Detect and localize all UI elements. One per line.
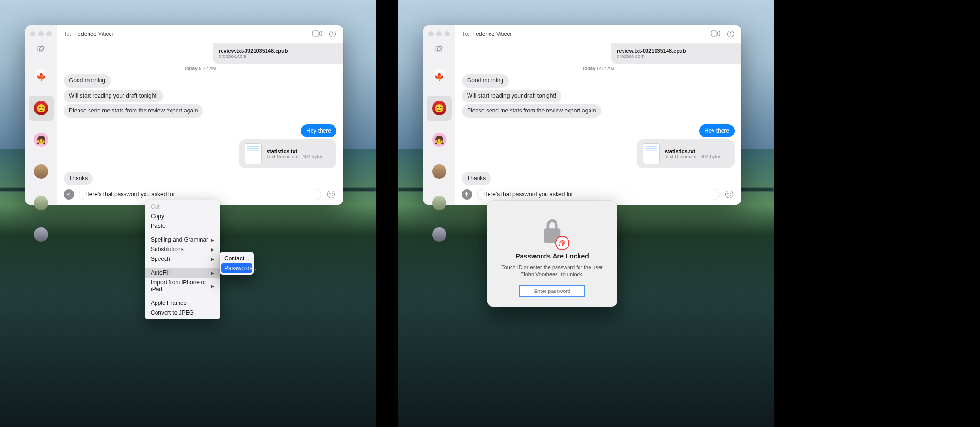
file-name: statistics.txt [665,148,721,154]
avatar: 👧 [34,133,48,147]
avatar [432,164,446,179]
compose-button[interactable] [434,45,445,54]
menu-item-contact[interactable]: Contact… [220,254,254,263]
menu-item-spelling[interactable]: Spelling and Grammar▶ [145,235,220,245]
touch-id-icon [555,236,569,250]
conversation-avatar[interactable] [29,222,54,247]
svg-point-6 [330,193,331,194]
message-bubble[interactable]: Hey there [301,124,336,138]
svg-point-4 [332,32,333,33]
message-bubble[interactable]: Thanks [64,172,93,185]
zoom-icon[interactable] [445,31,450,36]
avatar [432,227,446,242]
menu-item-passwords[interactable]: Passwords… [221,263,252,273]
conversation-avatar[interactable]: 🍁 [29,64,54,89]
chevron-right-icon: ▶ [211,270,214,276]
conversation-avatar[interactable]: 😊 [427,96,452,121]
apps-button[interactable] [64,189,74,200]
message-bubble[interactable]: Please send me stats from the review exp… [64,104,203,118]
message-bubble[interactable]: Please send me stats from the review exp… [462,104,601,118]
recipient-name[interactable]: Federico Viticci [74,31,113,37]
avatar: 👧 [432,133,446,147]
menu-item-autofill[interactable]: AutoFill▶ [145,268,220,278]
conversation-avatar[interactable] [427,191,452,215]
message-bubble[interactable]: Good morning [64,74,111,88]
conversation-avatar[interactable]: 👧 [29,127,54,152]
attachment-source: dropbox.com [219,54,337,59]
close-icon[interactable] [30,31,35,36]
message-bubble[interactable]: Will start reading your draft tonight! [64,90,163,103]
passwords-locked-popover: Passwords Are Locked Touch ID or enter t… [487,201,617,307]
conversation-avatar[interactable]: 🍁 [427,64,452,89]
svg-rect-1 [313,31,319,36]
window-controls[interactable] [428,31,450,36]
attachment-source: dropbox.com [617,54,735,59]
conversation-header: To: Federico Viticci [455,25,741,43]
file-meta: Text Document · 404 bytes [267,154,323,159]
conversation-avatar[interactable]: 😊 [29,96,54,121]
chevron-right-icon: ▶ [211,247,214,252]
message-bubble[interactable]: Thanks [462,172,491,185]
compose-button[interactable] [35,45,47,54]
autofill-submenu: Contact… Passwords… [220,252,254,275]
link-attachment[interactable]: review.txt-0921035148.epub dropbox.com [213,43,343,64]
svg-point-12 [730,32,731,33]
timestamp: Today 5:22 AM [462,66,735,71]
info-icon[interactable] [727,30,735,38]
conversation-avatar[interactable] [29,159,54,184]
messages-window: 🍁 😊 👧 To: Federico Viticci [25,25,343,205]
message-input[interactable]: Here's that password you asked for [477,189,719,200]
conversation-avatar[interactable] [427,159,452,184]
apps-button[interactable] [462,189,472,200]
minimize-icon[interactable] [38,31,44,36]
file-name: statistics.txt [267,148,323,154]
minimize-icon[interactable] [436,31,442,36]
svg-point-7 [332,193,333,194]
facetime-video-icon[interactable] [312,30,322,38]
menu-item-copy[interactable]: Copy [145,212,220,221]
attachment-title: review.txt-0921035148.epub [617,48,735,54]
avatar [34,164,48,179]
document-icon [245,143,262,164]
facetime-video-icon[interactable] [711,30,720,38]
emoji-button[interactable] [326,189,336,200]
chevron-right-icon: ▶ [211,237,214,243]
to-label: To: [462,31,469,37]
svg-point-13 [726,191,733,198]
window-controls[interactable] [30,31,52,36]
close-icon[interactable] [428,31,434,36]
avatar: 🍁 [432,69,446,84]
zoom-icon[interactable] [46,31,52,36]
link-attachment[interactable]: review.txt-0921035148.epub dropbox.com [611,43,741,64]
file-attachment[interactable]: statistics.txt Text Document · 404 bytes [637,139,735,168]
avatar: 🍁 [34,69,48,84]
menu-item-substitutions[interactable]: Substitutions▶ [145,245,220,254]
message-input[interactable]: Here's that password you asked for [79,189,321,200]
messages-window: 🍁 😊 👧 To: Federico Viticci [423,25,741,205]
chevron-right-icon: ▶ [211,283,214,289]
menu-item-import[interactable]: Import from iPhone or iPad▶ [145,278,220,294]
info-icon[interactable] [329,30,336,38]
emoji-button[interactable] [724,189,735,200]
menu-item-speech[interactable]: Speech▶ [145,254,220,264]
message-bubble[interactable]: Hey there [699,124,735,138]
context-menu: Cut Copy Paste Spelling and Grammar▶ Sub… [145,200,220,319]
avatar [34,196,48,210]
svg-point-5 [328,191,335,198]
menu-item-apple-frames[interactable]: Apple Frames [145,298,220,308]
recipient-name[interactable]: Federico Viticci [472,31,511,37]
password-input[interactable] [519,285,585,297]
menu-item-paste[interactable]: Paste [145,221,220,231]
conversation-avatar[interactable]: 👧 [427,127,452,152]
file-attachment[interactable]: statistics.txt Text Document · 404 bytes [239,139,336,168]
conversation-sidebar: 🍁 😊 👧 [25,25,57,205]
message-bubble[interactable]: Good morning [462,74,509,88]
conversation-avatar[interactable] [29,191,54,215]
svg-point-15 [730,193,731,194]
message-bubble[interactable]: Will start reading your draft tonight! [462,90,561,103]
avatar: 😊 [34,101,48,115]
conversation-avatar[interactable] [427,222,452,247]
menu-item-convert-jpeg[interactable]: Convert to JPEG [145,308,220,317]
popover-title: Passwords Are Locked [498,252,607,260]
attachment-title: review.txt-0921035148.epub [219,48,337,54]
